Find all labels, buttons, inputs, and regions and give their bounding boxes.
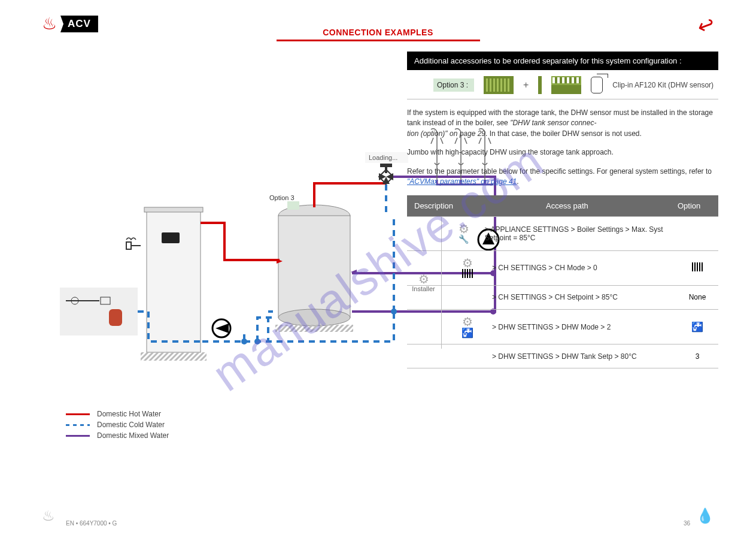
svg-rect-14	[380, 164, 392, 167]
svg-rect-30	[287, 201, 299, 210]
legend: Domestic Hot Water Domestic Cold Water D…	[66, 407, 169, 442]
option-kit-name: Clip-in AF120 Kit (DHW sensor)	[612, 81, 714, 89]
svg-rect-11	[275, 325, 353, 332]
para4b: .	[517, 177, 518, 186]
tap-icon: 🚰	[691, 321, 703, 333]
svg-point-26	[254, 338, 260, 344]
svg-text:Loading...: Loading...	[369, 154, 397, 161]
page-number: 36	[684, 520, 690, 527]
svg-rect-1	[162, 232, 180, 243]
right-panel: Additional accessories to be ordered sep…	[407, 52, 718, 368]
footer-drop-icon: 💧	[696, 507, 714, 524]
svg-rect-7	[109, 309, 122, 326]
gear-icon: ⚙	[462, 316, 473, 328]
row0-path: ⚙🔧 > APPLIANCE SETTINGS > Boiler Setting…	[443, 217, 676, 250]
para2a: tion (option)" on page 29	[407, 129, 485, 138]
svg-point-27	[391, 309, 397, 315]
th-option: Option	[670, 195, 718, 216]
back-arrow-icon[interactable]: ↩	[694, 11, 718, 39]
svg-rect-0	[147, 210, 201, 352]
row0-path-text: > APPLIANCE SETTINGS > Boiler Settings >…	[485, 225, 670, 242]
footer-flame-icon: ♨	[42, 507, 55, 524]
para2b: . In that case, the boiler DHW sensor is…	[485, 129, 642, 138]
svg-rect-9	[278, 216, 350, 318]
svg-text:Option 3: Option 3	[269, 194, 294, 201]
row4-path-text: > DHW SETTINGS > DHW Tank Setp > 80°C	[492, 352, 637, 361]
row0-opt	[676, 217, 718, 250]
legend-swatch-mix	[66, 435, 90, 437]
legend-hot: Domestic Hot Water	[97, 410, 161, 418]
accessories-header: Additional accessories to be ordered sep…	[407, 52, 718, 70]
pcb-icon	[484, 76, 514, 94]
doc-id: EN • 664Y7000 • G	[66, 520, 117, 527]
option-row: Option 3 : + Clip-in AF120 Kit (DHW sens…	[437, 76, 718, 94]
legend-cold: Domestic Cold Water	[97, 421, 165, 429]
settings-row: ⚙Installer ⚙🔧 > APPLIANCE SETTINGS > Boi…	[407, 216, 718, 250]
paragraph-2: Jumbo with high-capacity DHW using the s…	[407, 147, 718, 158]
sensor-icon	[591, 77, 603, 93]
para4a: Refer to the parameter table below for t…	[407, 167, 712, 176]
radiator-icon	[462, 269, 473, 279]
paragraph-3: Refer to the parameter table below for t…	[407, 167, 718, 188]
para1-link: "DHW tank sensor connec-	[510, 119, 596, 127]
brand-logo: ♨ ACV	[42, 16, 98, 32]
title-underline	[277, 40, 480, 41]
terminal-block-icon	[551, 76, 581, 94]
page-title: CONNECTION EXAMPLES	[277, 28, 480, 41]
page-title-text: CONNECTION EXAMPLES	[323, 28, 433, 37]
settings-row: . > CH SETTINGS > CH Setpoint > 85°C Non…	[407, 286, 718, 310]
clip-bar-icon	[538, 76, 542, 94]
th-description: Description	[407, 195, 539, 216]
svg-rect-2	[144, 207, 203, 212]
th-path: Access path	[539, 195, 670, 216]
svg-rect-4	[60, 288, 138, 335]
row3-path-text: > DHW SETTINGS > DHW Mode > 2	[492, 323, 611, 331]
settings-row: ⚙🚰 > DHW SETTINGS > DHW Mode > 2 🚰	[407, 310, 718, 345]
row2-opt: None	[676, 286, 718, 309]
row1-path-text: > CH SETTINGS > CH Mode > 0	[492, 264, 597, 272]
legend-swatch-hot	[66, 413, 90, 415]
legend-swatch-cold	[66, 424, 90, 426]
gear-icon: ⚙	[459, 223, 469, 235]
radiator-icon	[692, 262, 703, 273]
brand-name: ACV	[60, 16, 98, 32]
paragraph-1: If the system is equipped with the stora…	[407, 108, 718, 129]
gear-icon: ⚙	[462, 257, 473, 269]
paragraph-1b: tion (option)" on page 29. In that case,…	[407, 129, 718, 139]
params-link[interactable]: "ACVMax parameters" on page 41	[407, 177, 517, 186]
plus-icon: +	[523, 80, 529, 90]
row4-opt: 3	[676, 344, 718, 368]
settings-table-header: Description Access path Option	[407, 195, 718, 216]
row2-path-text: > CH SETTINGS > CH Setpoint > 85°C	[492, 293, 618, 301]
divider	[407, 99, 718, 99]
svg-rect-3	[141, 352, 207, 361]
settings-row: ⚙ > CH SETTINGS > CH Mode > 0	[407, 251, 718, 286]
legend-mix: Domestic Mixed Water	[97, 431, 169, 440]
tap-icon: 🚰	[462, 328, 473, 338]
flame-icon: ♨	[42, 16, 57, 32]
svg-point-25	[241, 338, 247, 344]
svg-point-10	[278, 309, 350, 326]
settings-row: . > DHW SETTINGS > DHW Tank Setp > 80°C …	[407, 344, 718, 368]
option-label: Option 3 :	[433, 78, 474, 92]
